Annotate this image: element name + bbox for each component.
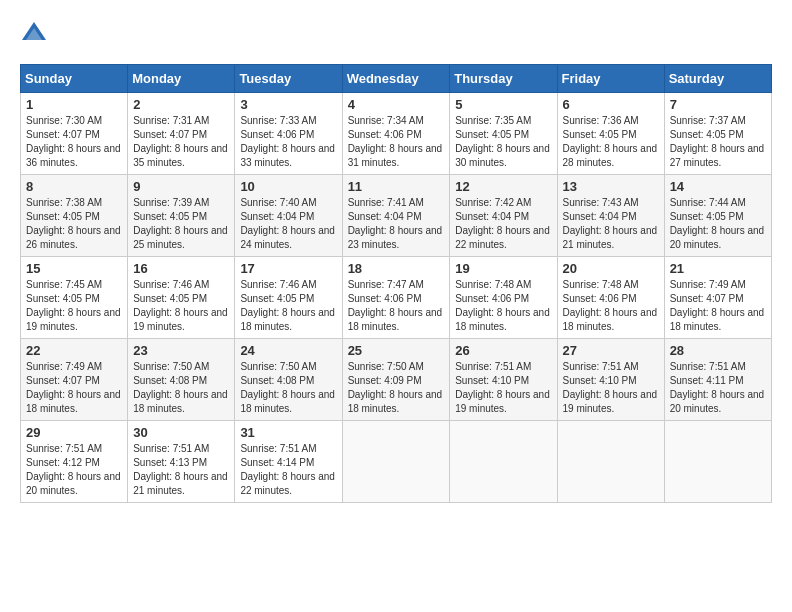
calendar-cell: 28Sunrise: 7:51 AM Sunset: 4:11 PM Dayli… — [664, 339, 771, 421]
day-number: 22 — [26, 343, 122, 358]
day-number: 11 — [348, 179, 445, 194]
calendar-week-row: 22Sunrise: 7:49 AM Sunset: 4:07 PM Dayli… — [21, 339, 772, 421]
calendar-cell: 7Sunrise: 7:37 AM Sunset: 4:05 PM Daylig… — [664, 93, 771, 175]
day-number: 25 — [348, 343, 445, 358]
calendar-cell: 5Sunrise: 7:35 AM Sunset: 4:05 PM Daylig… — [450, 93, 557, 175]
day-info: Sunrise: 7:31 AM Sunset: 4:07 PM Dayligh… — [133, 114, 229, 170]
day-number: 3 — [240, 97, 336, 112]
calendar-cell: 1Sunrise: 7:30 AM Sunset: 4:07 PM Daylig… — [21, 93, 128, 175]
calendar-cell — [342, 421, 450, 503]
day-number: 18 — [348, 261, 445, 276]
calendar-week-row: 15Sunrise: 7:45 AM Sunset: 4:05 PM Dayli… — [21, 257, 772, 339]
day-info: Sunrise: 7:44 AM Sunset: 4:05 PM Dayligh… — [670, 196, 766, 252]
calendar-week-row: 8Sunrise: 7:38 AM Sunset: 4:05 PM Daylig… — [21, 175, 772, 257]
calendar-cell: 16Sunrise: 7:46 AM Sunset: 4:05 PM Dayli… — [128, 257, 235, 339]
calendar-col-header: Friday — [557, 65, 664, 93]
day-info: Sunrise: 7:51 AM Sunset: 4:12 PM Dayligh… — [26, 442, 122, 498]
day-info: Sunrise: 7:51 AM Sunset: 4:13 PM Dayligh… — [133, 442, 229, 498]
day-number: 12 — [455, 179, 551, 194]
calendar-cell: 21Sunrise: 7:49 AM Sunset: 4:07 PM Dayli… — [664, 257, 771, 339]
calendar-header: SundayMondayTuesdayWednesdayThursdayFrid… — [21, 65, 772, 93]
day-number: 13 — [563, 179, 659, 194]
day-info: Sunrise: 7:50 AM Sunset: 4:09 PM Dayligh… — [348, 360, 445, 416]
calendar-cell — [450, 421, 557, 503]
calendar-cell: 22Sunrise: 7:49 AM Sunset: 4:07 PM Dayli… — [21, 339, 128, 421]
calendar-cell: 13Sunrise: 7:43 AM Sunset: 4:04 PM Dayli… — [557, 175, 664, 257]
calendar-cell: 19Sunrise: 7:48 AM Sunset: 4:06 PM Dayli… — [450, 257, 557, 339]
day-info: Sunrise: 7:51 AM Sunset: 4:10 PM Dayligh… — [563, 360, 659, 416]
day-number: 21 — [670, 261, 766, 276]
day-info: Sunrise: 7:34 AM Sunset: 4:06 PM Dayligh… — [348, 114, 445, 170]
day-info: Sunrise: 7:49 AM Sunset: 4:07 PM Dayligh… — [26, 360, 122, 416]
calendar-body: 1Sunrise: 7:30 AM Sunset: 4:07 PM Daylig… — [21, 93, 772, 503]
day-info: Sunrise: 7:47 AM Sunset: 4:06 PM Dayligh… — [348, 278, 445, 334]
day-number: 28 — [670, 343, 766, 358]
logo-icon — [20, 20, 48, 48]
day-number: 10 — [240, 179, 336, 194]
day-number: 30 — [133, 425, 229, 440]
day-number: 1 — [26, 97, 122, 112]
day-number: 23 — [133, 343, 229, 358]
calendar-cell: 4Sunrise: 7:34 AM Sunset: 4:06 PM Daylig… — [342, 93, 450, 175]
day-info: Sunrise: 7:48 AM Sunset: 4:06 PM Dayligh… — [455, 278, 551, 334]
calendar-cell: 27Sunrise: 7:51 AM Sunset: 4:10 PM Dayli… — [557, 339, 664, 421]
day-info: Sunrise: 7:50 AM Sunset: 4:08 PM Dayligh… — [133, 360, 229, 416]
calendar-cell: 26Sunrise: 7:51 AM Sunset: 4:10 PM Dayli… — [450, 339, 557, 421]
day-number: 8 — [26, 179, 122, 194]
calendar-cell: 29Sunrise: 7:51 AM Sunset: 4:12 PM Dayli… — [21, 421, 128, 503]
page-header — [20, 20, 772, 48]
day-info: Sunrise: 7:30 AM Sunset: 4:07 PM Dayligh… — [26, 114, 122, 170]
calendar-cell: 31Sunrise: 7:51 AM Sunset: 4:14 PM Dayli… — [235, 421, 342, 503]
day-info: Sunrise: 7:51 AM Sunset: 4:14 PM Dayligh… — [240, 442, 336, 498]
day-info: Sunrise: 7:49 AM Sunset: 4:07 PM Dayligh… — [670, 278, 766, 334]
calendar-cell: 25Sunrise: 7:50 AM Sunset: 4:09 PM Dayli… — [342, 339, 450, 421]
day-number: 16 — [133, 261, 229, 276]
calendar-week-row: 1Sunrise: 7:30 AM Sunset: 4:07 PM Daylig… — [21, 93, 772, 175]
day-info: Sunrise: 7:41 AM Sunset: 4:04 PM Dayligh… — [348, 196, 445, 252]
calendar-cell: 14Sunrise: 7:44 AM Sunset: 4:05 PM Dayli… — [664, 175, 771, 257]
day-number: 14 — [670, 179, 766, 194]
day-info: Sunrise: 7:39 AM Sunset: 4:05 PM Dayligh… — [133, 196, 229, 252]
day-number: 27 — [563, 343, 659, 358]
day-info: Sunrise: 7:50 AM Sunset: 4:08 PM Dayligh… — [240, 360, 336, 416]
calendar-col-header: Wednesday — [342, 65, 450, 93]
calendar-cell: 18Sunrise: 7:47 AM Sunset: 4:06 PM Dayli… — [342, 257, 450, 339]
day-number: 19 — [455, 261, 551, 276]
calendar-col-header: Thursday — [450, 65, 557, 93]
calendar-col-header: Sunday — [21, 65, 128, 93]
day-number: 26 — [455, 343, 551, 358]
day-info: Sunrise: 7:46 AM Sunset: 4:05 PM Dayligh… — [133, 278, 229, 334]
calendar-cell: 24Sunrise: 7:50 AM Sunset: 4:08 PM Dayli… — [235, 339, 342, 421]
day-number: 17 — [240, 261, 336, 276]
calendar-col-header: Saturday — [664, 65, 771, 93]
day-info: Sunrise: 7:33 AM Sunset: 4:06 PM Dayligh… — [240, 114, 336, 170]
calendar-week-row: 29Sunrise: 7:51 AM Sunset: 4:12 PM Dayli… — [21, 421, 772, 503]
day-info: Sunrise: 7:40 AM Sunset: 4:04 PM Dayligh… — [240, 196, 336, 252]
calendar-table: SundayMondayTuesdayWednesdayThursdayFrid… — [20, 64, 772, 503]
day-info: Sunrise: 7:36 AM Sunset: 4:05 PM Dayligh… — [563, 114, 659, 170]
calendar-cell: 10Sunrise: 7:40 AM Sunset: 4:04 PM Dayli… — [235, 175, 342, 257]
day-info: Sunrise: 7:48 AM Sunset: 4:06 PM Dayligh… — [563, 278, 659, 334]
calendar-cell: 23Sunrise: 7:50 AM Sunset: 4:08 PM Dayli… — [128, 339, 235, 421]
day-info: Sunrise: 7:45 AM Sunset: 4:05 PM Dayligh… — [26, 278, 122, 334]
day-info: Sunrise: 7:37 AM Sunset: 4:05 PM Dayligh… — [670, 114, 766, 170]
day-info: Sunrise: 7:51 AM Sunset: 4:11 PM Dayligh… — [670, 360, 766, 416]
calendar-col-header: Monday — [128, 65, 235, 93]
calendar-col-header: Tuesday — [235, 65, 342, 93]
day-info: Sunrise: 7:43 AM Sunset: 4:04 PM Dayligh… — [563, 196, 659, 252]
day-number: 24 — [240, 343, 336, 358]
day-number: 7 — [670, 97, 766, 112]
day-number: 5 — [455, 97, 551, 112]
calendar-cell: 6Sunrise: 7:36 AM Sunset: 4:05 PM Daylig… — [557, 93, 664, 175]
calendar-cell: 20Sunrise: 7:48 AM Sunset: 4:06 PM Dayli… — [557, 257, 664, 339]
day-number: 29 — [26, 425, 122, 440]
calendar-cell: 9Sunrise: 7:39 AM Sunset: 4:05 PM Daylig… — [128, 175, 235, 257]
day-info: Sunrise: 7:38 AM Sunset: 4:05 PM Dayligh… — [26, 196, 122, 252]
calendar-cell — [664, 421, 771, 503]
day-number: 20 — [563, 261, 659, 276]
day-number: 15 — [26, 261, 122, 276]
day-info: Sunrise: 7:42 AM Sunset: 4:04 PM Dayligh… — [455, 196, 551, 252]
calendar-cell: 30Sunrise: 7:51 AM Sunset: 4:13 PM Dayli… — [128, 421, 235, 503]
calendar-cell — [557, 421, 664, 503]
day-info: Sunrise: 7:51 AM Sunset: 4:10 PM Dayligh… — [455, 360, 551, 416]
